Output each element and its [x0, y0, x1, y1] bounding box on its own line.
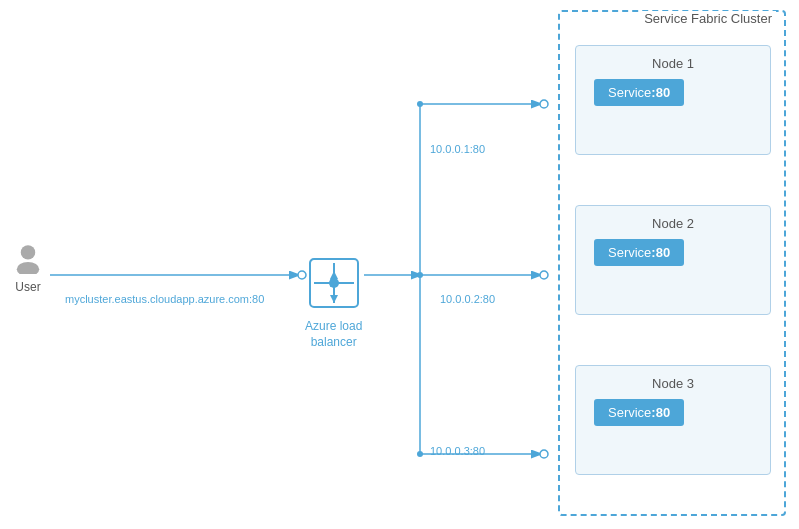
ip-user-label: mycluster.eastus.cloudapp.azure.com:80: [65, 293, 264, 305]
service-btn-1: Service:80: [594, 79, 684, 106]
svg-point-1: [17, 262, 39, 274]
connector-node3: [540, 450, 548, 458]
user-icon: User: [12, 242, 44, 294]
service-btn-2: Service:80: [594, 239, 684, 266]
lb-label: Azure loadbalancer: [305, 319, 362, 350]
service-port-3: :80: [651, 405, 670, 420]
junction-node3: [417, 451, 423, 457]
cluster-title: Service Fabric Cluster: [640, 11, 776, 26]
connector-node2: [540, 271, 548, 279]
lb-svg: [306, 255, 362, 311]
service-btn-3: Service:80: [594, 399, 684, 426]
node-box-3: Node 3 Service:80: [575, 365, 771, 475]
connector-node1: [540, 100, 548, 108]
service-port-1: :80: [651, 85, 670, 100]
service-label-3: Service: [608, 405, 651, 420]
svg-point-10: [329, 278, 339, 288]
node-2-title: Node 2: [576, 216, 770, 231]
ip-node2-label: 10.0.0.2:80: [440, 293, 495, 305]
lb-icon: Azure loadbalancer: [305, 255, 362, 350]
node-box-2: Node 2 Service:80: [575, 205, 771, 315]
user-label: User: [12, 280, 44, 294]
user-svg: [12, 242, 44, 274]
service-label-2: Service: [608, 245, 651, 260]
node-1-title: Node 1: [576, 56, 770, 71]
service-port-2: :80: [651, 245, 670, 260]
ip-node3-label: 10.0.0.3:80: [430, 445, 485, 457]
lb-text: Azure loadbalancer: [305, 319, 362, 349]
junction-node2: [417, 272, 423, 278]
node-box-1: Node 1 Service:80: [575, 45, 771, 155]
svg-point-0: [21, 245, 35, 259]
service-label-1: Service: [608, 85, 651, 100]
junction-node1: [417, 101, 423, 107]
diagram-container: Service Fabric Cluster Node 1 Service:80…: [0, 0, 799, 529]
ip-node1-label: 10.0.0.1:80: [430, 143, 485, 155]
node-3-title: Node 3: [576, 376, 770, 391]
